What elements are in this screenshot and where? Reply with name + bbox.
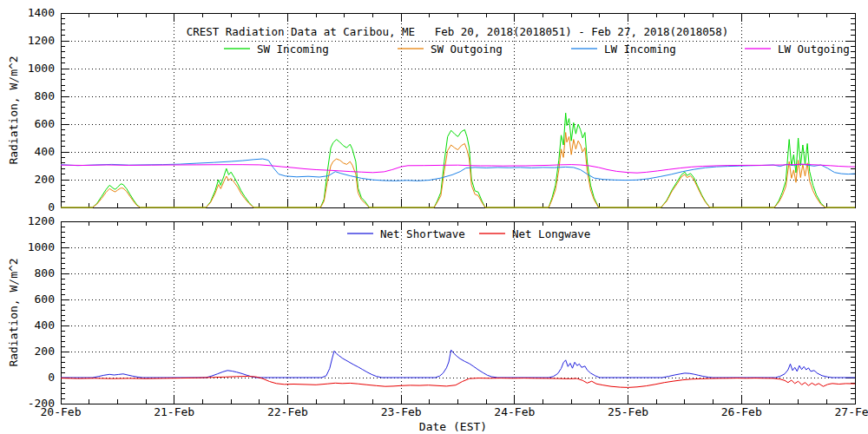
plot-frame (61, 221, 855, 404)
series-line-sw-outgoing (61, 133, 855, 207)
ticks (61, 221, 855, 404)
y-tick-label: 800 (35, 266, 55, 279)
x-tick-label: 27-Feb (835, 405, 868, 418)
y-tick-label: 200 (35, 173, 55, 186)
series-line-net-longwave (61, 377, 855, 388)
lw-incoming-legend-label: LW Incoming (604, 43, 676, 56)
y-tick-label: 1400 (28, 6, 55, 19)
series-line-lw-outgoing (61, 164, 855, 173)
y-tick-label: 800 (35, 89, 55, 102)
y-tick-label: 1200 (28, 34, 55, 47)
series (61, 350, 855, 387)
x-tick-label: 24-Feb (494, 405, 535, 418)
series-line-net-shortwave (61, 350, 855, 378)
radiation-chart: 0200400600800100012001400-20002004006008… (0, 0, 868, 434)
radiation-figure: 0200400600800100012001400-20002004006008… (0, 0, 868, 434)
x-tick-label: 21-Feb (154, 405, 194, 418)
top-y-axis-title: Radiation, W/m^2 (7, 56, 20, 164)
series-line-sw-incoming (61, 113, 855, 207)
y-tick-label: 1200 (28, 214, 55, 227)
series-line-lw-incoming (61, 159, 855, 181)
x-tick-label: 22-Feb (267, 405, 308, 418)
x-tick-label: 23-Feb (381, 405, 422, 418)
chart-layers: 0200400600800100012001400-20002004006008… (28, 6, 868, 418)
y-tick-label: 400 (35, 145, 55, 158)
net-longwave-legend-label: Net Longwave (512, 227, 590, 240)
y-tick-label: 600 (35, 293, 55, 306)
bottom-panel: -20002004006008001000120020-Feb21-Feb22-… (28, 214, 868, 418)
series (61, 113, 855, 207)
x-tick-label: 20-Feb (41, 405, 82, 418)
lw-outgoing-legend-label: LW Outgoing (778, 43, 850, 56)
x-tick-label: 25-Feb (608, 405, 648, 418)
x-tick-label: 26-Feb (721, 405, 762, 418)
y-tick-label: 0 (48, 371, 55, 384)
y-tick-label: 1000 (28, 240, 55, 253)
y-tick-label: 600 (35, 117, 55, 130)
y-tick-label: 400 (35, 319, 55, 332)
sw-outgoing-legend-label: SW Outgoing (431, 43, 503, 56)
y-tick-label: 1000 (28, 62, 55, 75)
gridlines (61, 221, 855, 404)
net-shortwave-legend-label: Net Shortwave (380, 227, 465, 240)
chart-title: CREST Radiation Data at Caribou, ME Feb … (187, 25, 729, 38)
y-tick-label: 0 (48, 201, 55, 214)
y-tick-labels: -200020040060080010001200 (28, 214, 55, 410)
y-tick-labels: 0200400600800100012001400 (28, 6, 55, 214)
x-axis-title: Date (EST) (419, 420, 487, 433)
bottom-legend: Net Shortwave Net Longwave (347, 227, 590, 240)
x-tick-labels: 20-Feb21-Feb22-Feb23-Feb24-Feb25-Feb26-F… (41, 405, 868, 418)
sw-incoming-legend-label: SW Incoming (257, 43, 329, 56)
y-tick-label: 200 (35, 345, 55, 358)
top-legend: SW Incoming SW Outgoing LW Incoming LW O… (224, 43, 850, 56)
bottom-y-axis-title: Radiation, W/m^2 (7, 258, 20, 366)
